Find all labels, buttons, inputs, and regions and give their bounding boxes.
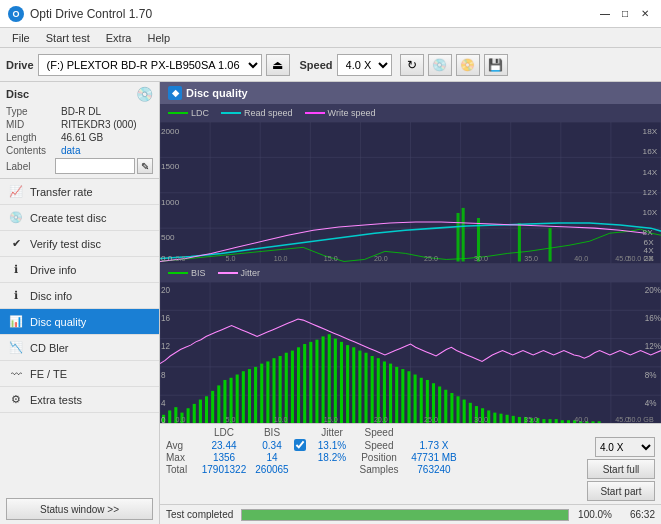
mid-label: MID [6, 119, 61, 130]
svg-text:8%: 8% [645, 369, 657, 379]
maximize-button[interactable]: □ [617, 6, 633, 22]
svg-rect-99 [371, 356, 374, 423]
length-label: Length [6, 132, 61, 143]
svg-rect-96 [352, 347, 355, 423]
extra-tests-icon: ⚙ [8, 392, 24, 408]
legend-read-speed: Read speed [221, 108, 293, 118]
svg-rect-84 [279, 356, 282, 423]
menu-file[interactable]: File [4, 30, 38, 46]
create-test-icon: 💿 [8, 210, 24, 226]
label-edit-button[interactable]: ✎ [137, 158, 153, 174]
progress-percent: 100.0% [577, 509, 612, 520]
sidebar-item-verify-test-disc[interactable]: ✔ Verify test disc [0, 231, 159, 257]
svg-rect-74 [217, 385, 220, 423]
svg-text:20: 20 [161, 284, 170, 294]
sidebar-item-label: Verify test disc [30, 238, 101, 250]
max-ldc: 1356 [198, 452, 250, 463]
svg-rect-103 [395, 366, 398, 423]
drive-label: Drive [6, 59, 34, 71]
sidebar-item-transfer-rate[interactable]: 📈 Transfer rate [0, 179, 159, 205]
svg-rect-123 [518, 416, 521, 423]
drive-select[interactable]: (F:) PLEXTOR BD-R PX-LB950SA 1.06 [38, 54, 262, 76]
sidebar-item-create-test-disc[interactable]: 💿 Create test disc [0, 205, 159, 231]
svg-rect-92 [328, 334, 331, 423]
stats-empty [166, 427, 198, 438]
sidebar-item-cd-bler[interactable]: 📉 CD Bler [0, 335, 159, 361]
menu-help[interactable]: Help [139, 30, 178, 46]
refresh-button[interactable]: ↻ [400, 54, 424, 76]
svg-text:12: 12 [161, 341, 170, 351]
svg-rect-78 [242, 371, 245, 423]
status-window-button[interactable]: Status window >> [6, 498, 153, 520]
ldc-chart: 2000 1500 1000 500 0.0 18X 16X 14X 12X 1… [160, 122, 661, 264]
speed-select[interactable]: 4.0 X 1.0 X 2.0 X 6.0 X 8.0 X [337, 54, 392, 76]
svg-rect-110 [438, 386, 441, 423]
speed-dropdown[interactable]: 4.0 X [595, 437, 655, 457]
svg-text:20%: 20% [645, 284, 661, 294]
svg-rect-71 [199, 399, 202, 423]
svg-text:0.0: 0.0 [175, 256, 185, 264]
svg-rect-66 [168, 410, 171, 423]
total-bis: 260065 [250, 464, 294, 475]
sidebar-item-extra-tests[interactable]: ⚙ Extra tests [0, 387, 159, 413]
start-part-button[interactable]: Start part [587, 481, 655, 501]
samples-label: Samples [354, 464, 404, 475]
disc-fields: Type BD-R DL MID RITEKDR3 (000) Length 4… [6, 106, 153, 174]
sidebar-item-drive-info[interactable]: ℹ Drive info [0, 257, 159, 283]
svg-text:8: 8 [161, 369, 166, 379]
chart-title: Disc quality [186, 87, 248, 99]
svg-rect-90 [315, 339, 318, 423]
svg-text:500: 500 [161, 233, 175, 242]
svg-text:16: 16 [161, 312, 170, 322]
sidebar-item-label: Drive info [30, 264, 76, 276]
menu-extra[interactable]: Extra [98, 30, 140, 46]
sidebar: Disc 💿 Type BD-R DL MID RITEKDR3 (000) L… [0, 82, 160, 524]
stats-area: LDC BIS Jitter Speed Avg 23.44 0.34 13.1… [160, 423, 661, 504]
svg-rect-18 [462, 208, 465, 262]
total-ldc: 17901322 [198, 464, 250, 475]
svg-rect-128 [549, 419, 552, 423]
progress-time: 66:32 [620, 509, 655, 520]
svg-rect-105 [407, 371, 410, 423]
svg-rect-82 [266, 361, 269, 423]
main-content: ◆ Disc quality LDC Read speed Write spee… [160, 82, 661, 524]
svg-text:35.0: 35.0 [524, 415, 538, 423]
svg-text:1500: 1500 [161, 163, 180, 172]
menu-start-test[interactable]: Start test [38, 30, 98, 46]
save-button[interactable]: 💾 [484, 54, 508, 76]
svg-rect-115 [469, 402, 472, 423]
svg-rect-98 [364, 352, 367, 423]
bis-chart: 20 16 12 8 4 0 20% 16% 12% 8% 4% 0.0 5.0… [160, 282, 661, 424]
position-value: 47731 MB [404, 452, 464, 463]
jitter-checkbox[interactable] [294, 439, 306, 451]
svg-rect-95 [346, 345, 349, 423]
svg-text:20.0: 20.0 [374, 415, 388, 423]
sidebar-item-fe-te[interactable]: 〰 FE / TE [0, 361, 159, 387]
verify-test-icon: ✔ [8, 236, 24, 252]
total-label: Total [166, 464, 198, 475]
label-input[interactable] [55, 158, 135, 174]
close-button[interactable]: ✕ [637, 6, 653, 22]
svg-rect-121 [506, 414, 509, 423]
disc-section: Disc 💿 Type BD-R DL MID RITEKDR3 (000) L… [0, 82, 159, 179]
sidebar-item-disc-info[interactable]: ℹ Disc info [0, 283, 159, 309]
disc-button[interactable]: 💿 [428, 54, 452, 76]
svg-text:25.0: 25.0 [424, 415, 438, 423]
speed-label-stat: Speed [354, 440, 404, 451]
minimize-button[interactable]: — [597, 6, 613, 22]
sidebar-item-disc-quality[interactable]: 📊 Disc quality [0, 309, 159, 335]
jitter-color [218, 272, 238, 274]
top-legend: LDC Read speed Write speed [160, 104, 661, 122]
eject-button[interactable]: ⏏ [266, 54, 290, 76]
svg-rect-94 [340, 341, 343, 423]
svg-rect-130 [561, 420, 564, 423]
svg-text:20.0: 20.0 [374, 256, 388, 264]
svg-text:15.0: 15.0 [324, 415, 338, 423]
disc2-button[interactable]: 📀 [456, 54, 480, 76]
avg-ldc: 23.44 [198, 440, 250, 451]
svg-text:2000: 2000 [161, 127, 180, 136]
app-title: Opti Drive Control 1.70 [30, 7, 152, 21]
avg-jitter: 13.1% [310, 440, 354, 451]
legend-ldc: LDC [168, 108, 209, 118]
start-full-button[interactable]: Start full [587, 459, 655, 479]
